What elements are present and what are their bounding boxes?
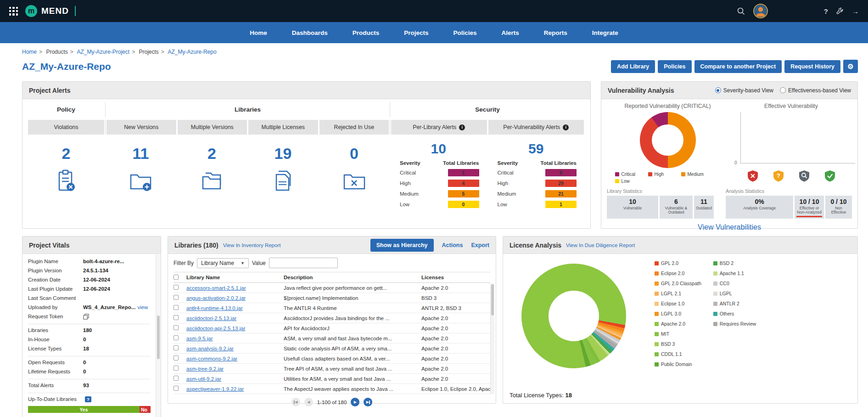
row-checkbox[interactable] (174, 366, 179, 371)
table-row[interactable]: asciidoctorj-api-2.5.13.jar API for Asci… (174, 323, 490, 333)
legend-item[interactable]: Others (713, 311, 756, 316)
uploaded-by-view-link[interactable]: view (137, 304, 148, 310)
library-stat-box[interactable]: 11 Outdated (694, 196, 714, 219)
library-name-link[interactable]: asm-9.5.jar (186, 336, 213, 341)
tab-new-versions[interactable]: New Versions (106, 120, 176, 135)
select-all-checkbox[interactable] (174, 275, 179, 280)
filter-field-select[interactable]: Library Name ▼ (197, 258, 249, 268)
nav-item[interactable]: Projects (404, 29, 428, 36)
nav-item[interactable]: Products (353, 29, 380, 36)
legend-item[interactable]: LGPL (713, 291, 756, 296)
severity-count-badge[interactable]: 0 (448, 201, 479, 208)
shield-scan-icon[interactable] (799, 170, 810, 184)
row-checkbox[interactable] (174, 376, 179, 381)
table-row[interactable]: asm-commons-9.2.jar Usefull class adapte… (174, 354, 490, 364)
library-name-link[interactable]: accessors-smart-2.5.1.jar (186, 285, 246, 291)
legend-item[interactable]: CDDL 1.1 (655, 351, 701, 357)
analysis-stat-box[interactable]: 0% Analysis Coverage (726, 196, 793, 219)
help-icon[interactable]: ? (824, 7, 828, 15)
tab-violations[interactable]: Violations (28, 120, 104, 135)
library-name-link[interactable]: angus-activation-2.0.2.jar (186, 295, 246, 301)
row-checkbox[interactable] (174, 386, 179, 391)
library-name-link[interactable]: asciidoctorj-api-2.5.13.jar (186, 326, 245, 331)
table-row[interactable]: asm-util-9.2.jar Utilities for ASM, a ve… (174, 374, 490, 384)
scrollbar-thumb[interactable] (157, 316, 160, 359)
severity-view-radio[interactable]: Severity-based View (715, 87, 773, 94)
legend-item[interactable]: Eclipse 2.0 (655, 270, 701, 276)
page-action-button[interactable]: Add Library (611, 60, 655, 73)
info-icon[interactable]: i (563, 124, 569, 130)
scrollbar-thumb[interactable] (491, 284, 494, 316)
next-page-button[interactable]: ▶ (351, 398, 359, 406)
library-name-link[interactable]: antlr4-runtime-4.13.0.jar (186, 305, 243, 311)
search-icon[interactable] (737, 7, 745, 15)
page-action-button[interactable]: Compare to another Project (694, 60, 782, 73)
library-stat-box[interactable]: 10 Vulnerable (607, 196, 658, 219)
library-name-link[interactable]: asm-tree-9.2.jar (186, 366, 224, 372)
library-name-link[interactable]: asm-analysis-9.2.jar (186, 346, 234, 351)
previous-page-button[interactable]: ◀ (304, 398, 313, 406)
legend-item[interactable]: MIT (655, 331, 701, 337)
legend-item[interactable]: Apache 2.0 (655, 321, 701, 327)
library-name-link[interactable]: asm-util-9.2.jar (186, 376, 221, 382)
nav-item[interactable]: Reports (544, 29, 567, 36)
legend-item[interactable]: CC0 (713, 281, 756, 286)
severity-count-badge[interactable]: 1 (448, 169, 479, 176)
breadcrumb-item[interactable]: Products> (46, 49, 77, 55)
filter-value-input[interactable] (269, 258, 338, 268)
row-checkbox[interactable] (174, 315, 179, 320)
legend-item[interactable]: ANTLR 2 (713, 301, 756, 306)
tab-per-library-alerts[interactable]: Per-Library Alerts i (391, 120, 487, 135)
nav-item[interactable]: Integrate (592, 29, 618, 36)
table-scrollbar[interactable] (490, 283, 494, 394)
library-name-link[interactable]: asciidoctorj-2.5.13.jar (186, 316, 236, 321)
tab-multiple-versions[interactable]: Multiple Versions (178, 120, 247, 135)
severity-count-badge[interactable]: 21 (545, 190, 577, 197)
row-checkbox[interactable] (174, 355, 179, 361)
legend-item[interactable]: BSD 3 (655, 341, 701, 347)
export-button[interactable]: Export (471, 242, 489, 248)
info-icon[interactable]: i (459, 124, 465, 130)
row-checkbox[interactable] (174, 335, 179, 340)
row-checkbox[interactable] (174, 295, 179, 300)
folder-add-icon[interactable] (105, 169, 176, 195)
tab-multiple-licenses[interactable]: Multiple Licenses (248, 120, 318, 135)
copy-icon[interactable] (83, 314, 89, 321)
table-row[interactable]: antlr4-runtime-4.13.0.jar The ANTLR 4 Ru… (174, 303, 490, 313)
page-action-button[interactable]: Policies (658, 60, 691, 73)
table-row[interactable]: aspectjweaver-1.9.22.jar The AspectJ wea… (174, 384, 490, 394)
nav-item[interactable]: Dashboards (292, 29, 328, 36)
first-page-button[interactable]: ◀ (291, 398, 300, 406)
row-checkbox[interactable] (174, 345, 179, 350)
breadcrumb-item[interactable]: AZ_My-Azure-Repo (168, 49, 221, 55)
table-row[interactable]: asm-tree-9.2.jar Tree API of ASM, a very… (174, 364, 490, 374)
breadcrumb-item[interactable]: AZ_My-Azure-Project> (77, 49, 139, 55)
vulnerability-donut-chart[interactable] (640, 112, 696, 168)
table-row[interactable]: asciidoctorj-2.5.13.jar AsciidoctorJ pro… (174, 313, 490, 323)
legend-item[interactable]: Public Domain (655, 361, 701, 367)
row-checkbox[interactable] (174, 285, 179, 290)
shield-x-icon[interactable] (747, 170, 758, 184)
brand[interactable]: m MEND (25, 5, 76, 17)
nav-item[interactable]: Policies (454, 29, 477, 36)
apps-grid-icon[interactable] (9, 7, 18, 16)
last-page-button[interactable]: ▶ (364, 398, 372, 406)
analysis-stat-box[interactable]: 10 / 10 Effective or Non-Analyzed (795, 196, 824, 219)
breadcrumb-item[interactable]: Projects> (139, 49, 168, 55)
uptodate-yes-segment[interactable]: Yes (28, 406, 140, 413)
logout-icon[interactable]: → (852, 7, 859, 15)
show-as-hierarchy-button[interactable]: Show as Hierarchy (370, 239, 434, 252)
library-name-link[interactable]: aspectjweaver-1.9.22.jar (186, 386, 244, 392)
legend-item[interactable]: Apache 1.1 (713, 270, 756, 276)
documents-icon[interactable] (247, 169, 319, 195)
severity-count-badge[interactable]: 1 (545, 201, 577, 208)
legend-item[interactable]: GPL 2.0 Classpath (655, 281, 701, 286)
page-action-button[interactable]: Request History (784, 60, 840, 73)
row-checkbox[interactable] (174, 325, 179, 330)
severity-count-badge[interactable]: 29 (545, 180, 577, 187)
legend-item[interactable]: LGPL 3.0 (655, 311, 701, 316)
wrench-icon[interactable] (836, 7, 844, 15)
shield-question-icon[interactable]: ? (773, 170, 784, 184)
view-vulnerabilities-link[interactable]: View Vulnerabilities (698, 223, 761, 231)
severity-count-badge[interactable]: 8 (545, 169, 577, 176)
